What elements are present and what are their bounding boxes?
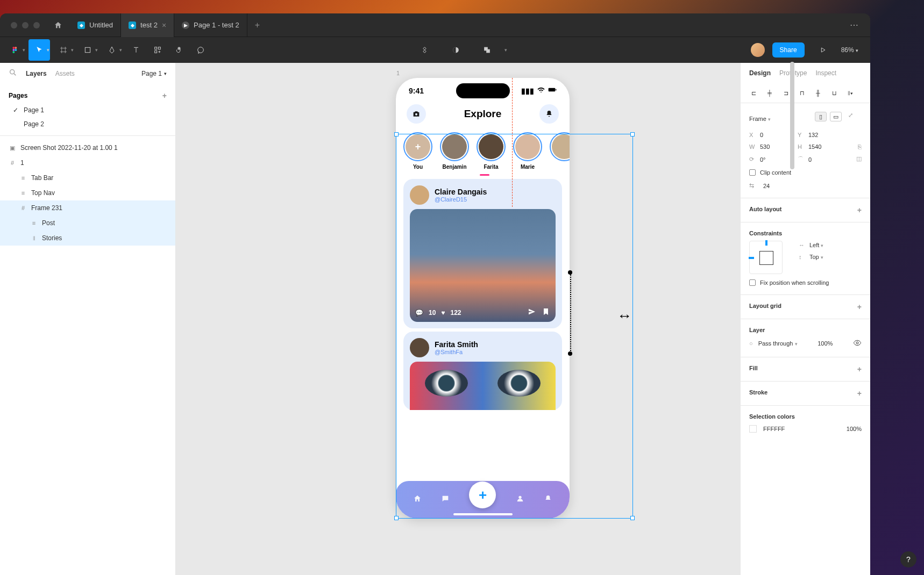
search-icon[interactable]	[9, 68, 17, 78]
align-top-icon[interactable]: ⊓	[798, 89, 806, 97]
fill-header: Fill	[749, 365, 758, 373]
layer-item[interactable]: ≡ Top Nav	[0, 185, 175, 200]
frame-portrait-button[interactable]: ▯	[815, 112, 827, 121]
svg-rect-7	[158, 47, 160, 49]
page-selector[interactable]: Page 1 ▾	[141, 70, 167, 77]
opacity-input[interactable]: 100%	[818, 340, 833, 347]
tab-page1-test2[interactable]: ▶ Page 1 - test 2	[174, 13, 247, 37]
color-hex[interactable]: FFFFFF	[763, 426, 785, 432]
present-button[interactable]	[812, 39, 834, 61]
home-tab[interactable]	[46, 13, 70, 37]
user-avatar[interactable]	[751, 43, 765, 57]
clip-content-checkbox[interactable]	[749, 169, 756, 176]
blend-mode-dropdown[interactable]: Pass through ▾	[758, 340, 798, 347]
design-tab[interactable]: Design	[749, 69, 771, 77]
add-auto-layout-button[interactable]: +	[857, 206, 862, 214]
svg-point-15	[415, 113, 417, 116]
layers-tab[interactable]: Layers	[26, 70, 47, 77]
minimize-window[interactable]	[22, 22, 29, 28]
chevron-down-icon[interactable]: ▾	[47, 47, 49, 53]
page-item[interactable]: Page 2	[9, 117, 167, 131]
chevron-down-icon[interactable]: ▾	[504, 47, 507, 53]
resize-handle[interactable]	[394, 516, 399, 520]
align-bottom-icon[interactable]: ⊔	[830, 89, 838, 97]
notifications-button[interactable]	[539, 104, 559, 124]
chevron-down-icon[interactable]: ▾	[71, 47, 74, 53]
x-input[interactable]: 0	[760, 132, 781, 138]
constraint-v-dropdown[interactable]: Top ▾	[809, 254, 823, 260]
titlebar-menu[interactable]: ⋯	[842, 20, 866, 30]
resources-tool[interactable]	[147, 39, 168, 61]
tab-untitled[interactable]: ◆ Untitled	[70, 13, 121, 37]
component-icon[interactable]	[414, 39, 436, 61]
scrollbar[interactable]	[790, 63, 794, 169]
layer-item[interactable]: ▣ Screen Shot 2022-11-20 at 1.00 1	[0, 140, 175, 155]
resize-handle[interactable]	[630, 516, 635, 520]
svg-rect-11	[486, 49, 490, 53]
color-opacity[interactable]: 100%	[847, 426, 862, 432]
camera-button[interactable]	[407, 104, 426, 124]
add-layout-grid-button[interactable]: +	[857, 303, 862, 311]
comment-tool[interactable]	[190, 39, 211, 61]
frame-landscape-button[interactable]: ▭	[830, 112, 842, 121]
layer-item[interactable]: ≡ Post	[0, 215, 175, 231]
add-page-button[interactable]: +	[162, 91, 167, 100]
maximize-window[interactable]	[33, 22, 40, 28]
add-fill-button[interactable]: +	[857, 365, 862, 373]
zoom-control[interactable]: 86% ▾	[841, 46, 858, 54]
align-right-icon[interactable]: ⊐	[781, 89, 790, 97]
chevron-down-icon[interactable]: ▾	[119, 47, 122, 53]
share-button[interactable]: Share	[772, 42, 805, 58]
auto-layout-header: Auto layout	[749, 206, 782, 214]
boolean-icon[interactable]	[477, 39, 498, 61]
pages-header: Pages	[9, 92, 27, 99]
align-left-icon[interactable]: ⊏	[749, 89, 758, 97]
figma-file-icon: ◆	[129, 21, 136, 29]
resize-handle[interactable]	[630, 132, 635, 136]
chevron-down-icon[interactable]: ▾	[95, 47, 98, 53]
frame-dropdown[interactable]: Frame ▾	[749, 116, 771, 122]
align-center-h-icon[interactable]: ╪	[765, 89, 774, 97]
rotation-input[interactable]: 0°	[760, 156, 781, 163]
spacing-input[interactable]: 24	[763, 183, 770, 189]
distribute-icon[interactable]: ⦀▾	[846, 89, 855, 97]
svg-point-0	[12, 47, 15, 49]
battery-icon	[548, 85, 557, 96]
frame-label[interactable]: 1	[396, 70, 400, 76]
color-swatch[interactable]	[749, 425, 757, 433]
titlebar: ◆ Untitled ◆ test 2 × ▶ Page 1 - test 2 …	[0, 13, 870, 37]
h-input[interactable]: 1540	[808, 143, 830, 150]
hand-tool[interactable]	[168, 39, 190, 61]
radius-input[interactable]: 0	[808, 156, 830, 163]
close-tab-icon[interactable]: ×	[162, 21, 166, 30]
canvas[interactable]: 1 9:41 ▮▮▮ Explore	[176, 63, 741, 575]
tab-test2[interactable]: ◆ test 2 ×	[121, 13, 174, 37]
add-tab-button[interactable]: +	[247, 20, 267, 30]
page-item[interactable]: ✓ Page 1	[9, 103, 167, 117]
visibility-icon[interactable]	[853, 339, 862, 348]
layer-item-selected[interactable]: # Frame 231	[0, 200, 175, 215]
inspect-tab[interactable]: Inspect	[815, 69, 836, 77]
text-tool[interactable]	[125, 39, 147, 61]
layer-item[interactable]: ⦀ Stories	[0, 231, 175, 246]
layer-item[interactable]: ≡ Tab Bar	[0, 170, 175, 185]
assets-tab[interactable]: Assets	[55, 70, 75, 77]
w-input[interactable]: 530	[760, 143, 781, 150]
fix-position-checkbox[interactable]	[749, 279, 756, 286]
independent-corners-icon[interactable]: ◫	[856, 155, 862, 163]
align-center-v-icon[interactable]: ╫	[814, 89, 822, 97]
resize-to-fit-icon[interactable]: ⤢	[848, 112, 853, 121]
constraints-widget[interactable]	[749, 241, 783, 274]
svg-point-1	[12, 49, 15, 51]
resize-handle[interactable]	[394, 132, 399, 136]
close-window[interactable]	[11, 22, 17, 28]
constraint-h-dropdown[interactable]: Left ▾	[809, 242, 823, 248]
y-input[interactable]: 132	[808, 132, 830, 138]
add-stroke-button[interactable]: +	[857, 389, 862, 398]
page-title: Explore	[464, 108, 502, 120]
mask-icon[interactable]	[445, 39, 467, 61]
layer-item[interactable]: # 1	[0, 155, 175, 170]
chevron-down-icon[interactable]: ▾	[23, 47, 25, 53]
selection-box[interactable]	[396, 134, 633, 519]
link-dimensions-icon[interactable]: ⎘	[858, 143, 862, 150]
